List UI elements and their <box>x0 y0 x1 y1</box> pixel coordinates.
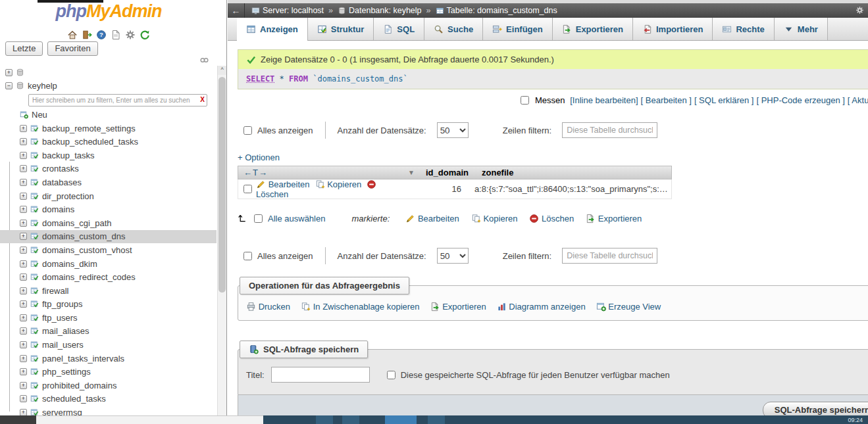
taskbar-icon[interactable] <box>342 415 359 424</box>
expand-icon[interactable]: + <box>20 382 27 389</box>
home-icon[interactable] <box>67 30 78 40</box>
expand-icon[interactable]: + <box>20 300 27 308</box>
inline-action-link[interactable]: [Inline bearbeiten] <box>570 95 638 105</box>
reload-navigation-icon[interactable] <box>140 30 150 40</box>
sidebar-table-item[interactable]: + scheduled_tasks <box>0 392 217 406</box>
breadcrumb-link[interactable]: Server: localhost <box>263 6 324 15</box>
sidebar-table-item[interactable]: + domains_custom_dns <box>0 230 217 244</box>
tab-item[interactable]: Struktur <box>308 18 374 40</box>
taskbar-active-window-button[interactable] <box>385 415 417 424</box>
taskbar-icon[interactable] <box>316 415 333 424</box>
taskbar-start-area[interactable] <box>0 415 36 424</box>
expand-icon[interactable]: + <box>20 152 27 159</box>
bookmark-title-input[interactable] <box>271 367 370 383</box>
scrollbar-thumb[interactable] <box>218 77 226 293</box>
selection-action-link[interactable]: Löschen <box>529 214 574 224</box>
inline-action-link[interactable]: [ SQL erklären ] <box>694 95 754 105</box>
check-all-option[interactable]: Alle auswählen <box>254 214 325 224</box>
sidebar-table-item[interactable]: + backup_tasks <box>0 149 217 162</box>
sidebar-table-item[interactable]: + php_settings <box>0 365 217 379</box>
bookmark-share-option[interactable]: Diese gespeicherte SQL-Abfrage für jeden… <box>387 370 670 380</box>
inline-action-link[interactable]: [ Bearbeiten ] <box>641 95 692 105</box>
expand-icon[interactable]: + <box>20 220 27 227</box>
save-bookmark-button[interactable]: SQL-Abfrage speichern <box>763 402 868 415</box>
tab-item[interactable]: Rechte <box>713 18 774 40</box>
show-all-option[interactable]: Alles anzeigen <box>243 126 313 135</box>
taskbar-icon[interactable] <box>428 415 445 424</box>
tab-item[interactable]: Suche <box>424 18 483 40</box>
column-header-zonefile[interactable]: zonefile <box>474 168 671 177</box>
column-nav-controls[interactable]: ←T→ <box>238 168 273 177</box>
show-all-checkbox[interactable] <box>243 252 252 260</box>
sidebar-table-item[interactable]: + domains_redirect_codes <box>0 270 217 284</box>
profiling-checkbox[interactable] <box>521 96 529 105</box>
tab-item[interactable]: Anzeigen <box>237 18 308 41</box>
page-size-select[interactable]: 50 <box>437 122 469 138</box>
page-size-select[interactable]: 50 <box>437 248 469 264</box>
tab-item[interactable]: Exportieren <box>553 18 633 40</box>
bookmark-share-checkbox[interactable] <box>387 371 396 379</box>
tab-item[interactable]: Einfügen <box>483 18 553 40</box>
sidebar-table-item[interactable]: + ftp_users <box>0 311 217 325</box>
sidebar-table-item[interactable]: + domains_dkim <box>0 257 217 271</box>
inline-action-link[interactable]: [ PHP-Code erzeugen ] <box>756 95 844 105</box>
tree-item-server-database[interactable]: + <box>0 66 217 80</box>
phpmyadmin-logo[interactable]: phpMyAdmin <box>0 1 217 22</box>
sidebar-table-item[interactable]: + crontasks <box>0 162 217 176</box>
selection-action-link[interactable]: Exportieren <box>586 214 642 224</box>
sidebar-table-item[interactable]: + backup_remote_settings <box>0 122 217 135</box>
documentation-icon[interactable] <box>111 30 121 40</box>
expand-icon[interactable]: + <box>20 409 27 415</box>
sql-keyword-select[interactable]: SELECT <box>246 74 274 83</box>
expand-icon[interactable]: + <box>20 327 27 335</box>
selection-action-link[interactable]: Kopieren <box>471 214 518 224</box>
filter-rows-input[interactable] <box>562 122 657 138</box>
expand-icon[interactable]: + <box>20 395 27 402</box>
filter-rows-input[interactable] <box>562 248 657 264</box>
sidebar-table-item[interactable]: + mail_aliases <box>0 325 217 339</box>
query-operation-link[interactable]: Exportieren <box>430 302 486 312</box>
expand-icon[interactable]: + <box>20 355 27 362</box>
tree-item-new-table[interactable]: Neu <box>0 108 217 122</box>
settings-gear-icon[interactable] <box>125 30 136 40</box>
expand-icon[interactable]: + <box>20 206 27 213</box>
page-settings-gear-icon[interactable] <box>855 6 864 14</box>
options-toggle-link[interactable]: + Optionen <box>238 153 280 162</box>
collapse-navigation-button[interactable]: ← <box>228 3 245 18</box>
sidebar-table-item[interactable]: + domains_custom_vhost <box>0 243 217 257</box>
sidebar-table-item[interactable]: + servermsg <box>0 406 217 415</box>
collapse-icon[interactable]: − <box>5 82 13 89</box>
show-all-option[interactable]: Alles anzeigen <box>243 251 313 261</box>
breadcrumb-link[interactable]: Tabelle: domains_custom_dns <box>447 6 557 15</box>
check-all-checkbox[interactable] <box>254 214 263 223</box>
query-operation-link[interactable]: Diagramm anzeigen <box>497 302 586 312</box>
expand-icon[interactable]: + <box>20 233 27 240</box>
row-checkbox[interactable] <box>243 185 252 193</box>
show-all-checkbox[interactable] <box>243 126 252 135</box>
link-icon[interactable] <box>199 55 209 65</box>
favorite-tables-button[interactable]: Favoriten <box>47 41 97 56</box>
query-operation-link[interactable]: Erzeuge View <box>596 302 661 312</box>
sidebar-table-item[interactable]: + firewall <box>0 284 217 298</box>
tab-item[interactable]: SQL <box>374 18 424 40</box>
sidebar-table-item[interactable]: + databases <box>0 176 217 189</box>
expand-icon[interactable]: + <box>20 368 27 375</box>
row-action-link[interactable]: Bearbeiten <box>256 179 310 189</box>
tree-filter-input[interactable] <box>28 94 207 106</box>
expand-icon[interactable]: + <box>20 165 27 172</box>
inline-action-link[interactable]: [ Aktualisieren ] <box>848 95 868 105</box>
clear-filter-icon[interactable]: X <box>200 96 205 104</box>
sidebar-table-item[interactable]: + panel_tasks_intervals <box>0 352 217 365</box>
expand-icon[interactable]: + <box>20 247 27 254</box>
sidebar-table-item[interactable]: + ftp_groups <box>0 298 217 312</box>
expand-icon[interactable]: + <box>20 138 27 145</box>
expand-icon[interactable]: + <box>20 193 27 200</box>
sidebar-table-item[interactable]: + domains <box>0 202 217 216</box>
expand-icon[interactable]: + <box>5 69 13 76</box>
query-operation-link[interactable]: In Zwischenablage kopieren <box>301 302 420 312</box>
recent-tables-button[interactable]: Letzte <box>5 41 43 56</box>
expand-icon[interactable]: + <box>20 260 27 268</box>
row-action-link[interactable]: Kopieren <box>315 179 362 189</box>
column-header-id-domain[interactable]: id_domain <box>420 168 474 177</box>
tab-item[interactable]: Mehr <box>775 18 828 40</box>
